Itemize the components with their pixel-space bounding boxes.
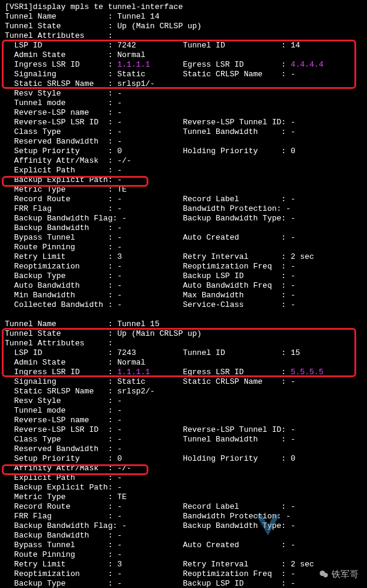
- field-value: Static: [117, 70, 145, 79]
- field-value: Normal: [117, 50, 145, 60]
- output-row: Backup Bandwidth Flag: - Backup Bandwidt…: [5, 521, 362, 531]
- field-value: -: [117, 541, 122, 550]
- output-row: Resv Style : -: [5, 89, 362, 99]
- field-value: -: [117, 406, 122, 416]
- output-row: Backup Bandwidth Flag: - Backup Bandwidt…: [5, 214, 362, 223]
- field-label: Reoptimization Freq :: [183, 262, 290, 271]
- field-value: -: [117, 243, 122, 252]
- field-value: -: [117, 223, 122, 233]
- author-name: 铁军哥: [332, 569, 359, 579]
- output-row: Reverse-LSP name : -: [5, 416, 362, 425]
- field-value: 7243: [117, 348, 136, 358]
- field-label: Reverse-LSP Tunnel ID:: [183, 425, 290, 435]
- output-row: FRR Flag : - Bandwidth Protection: -: [5, 512, 362, 521]
- field-value: -: [291, 118, 296, 127]
- field-value: Static: [117, 377, 145, 387]
- field-value: -: [117, 425, 122, 435]
- output-row: Class Type : - Tunnel Bandwidth : -: [5, 435, 362, 444]
- field-value: 0: [117, 454, 122, 464]
- output-row: Admin State : Normal: [5, 50, 362, 60]
- output-row: Reverse-LSP LSR ID : - Reverse-LSP Tunne…: [5, 425, 362, 435]
- field-label: Reverse-LSP Tunnel ID:: [183, 118, 290, 127]
- field-value: -: [291, 70, 296, 79]
- field-label: Holding Priority :: [183, 454, 290, 464]
- field-value: -: [291, 569, 296, 579]
- output-row: LSP ID : 7242 Tunnel ID : 14: [5, 41, 362, 50]
- field-value: 7242: [117, 41, 136, 50]
- field-value: -: [291, 127, 296, 137]
- svg-point-2: [323, 573, 328, 578]
- field-value: -: [117, 502, 122, 512]
- field-value: -: [291, 271, 296, 281]
- output-row: Tunnel Attributes :: [5, 31, 362, 41]
- field-value: -: [117, 166, 122, 175]
- field-value: -: [117, 291, 122, 300]
- field-value: -: [117, 99, 122, 108]
- field-value: -: [291, 281, 296, 291]
- output-row: Record Route : - Record Label : -: [5, 502, 362, 512]
- output-row: Reserved Bandwidth : -: [5, 444, 362, 454]
- output-row: Signaling : Static Static CRLSP Name : -: [5, 70, 362, 79]
- output-row: Affinity Attr/Mask : -/-: [5, 156, 362, 166]
- output-row: Tunnel State : Up (Main CRLSP up): [5, 22, 362, 31]
- output-row: Backup Type : - Backup LSP ID : -: [5, 271, 362, 281]
- field-value: -/-: [117, 464, 131, 473]
- field-value: -: [117, 396, 122, 406]
- output-row: LSP ID : 7243 Tunnel ID : 15: [5, 348, 362, 358]
- output-row: Tunnel Name : Tunnel 14: [5, 12, 362, 22]
- field-value: -: [291, 521, 296, 531]
- output-row: Metric Type : TE: [5, 493, 362, 502]
- field-value: -: [291, 291, 296, 300]
- field-value: -: [117, 108, 122, 118]
- field-value: 15: [291, 348, 300, 358]
- field-label: Tunnel ID :: [183, 41, 290, 50]
- output-row: Tunnel Attributes :: [5, 339, 362, 348]
- field-label: Static CRLSP Name :: [183, 377, 290, 387]
- field-value: -: [117, 281, 122, 291]
- field-value: Tunnel 14: [117, 12, 159, 22]
- field-value: 4.4.4.4: [291, 60, 324, 70]
- field-value: -: [117, 531, 122, 541]
- field-value: -: [291, 541, 296, 550]
- output-row: Reverse-LSP name : -: [5, 108, 362, 118]
- field-value: -: [117, 262, 122, 271]
- field-value: 1.1.1.1: [117, 368, 150, 377]
- output-row: Signaling : Static Static CRLSP Name : -: [5, 377, 362, 387]
- command-prompt: [VSR1]display mpls te tunnel-interface: [5, 2, 362, 12]
- field-label: Service-Class :: [183, 300, 290, 310]
- field-value: TE: [117, 185, 127, 195]
- output-row: Class Type : - Tunnel Bandwidth : -: [5, 127, 362, 137]
- field-value: -: [117, 89, 122, 99]
- field-label: Max Bandwidth :: [183, 291, 290, 300]
- field-value: -: [117, 444, 122, 454]
- field-value: -: [117, 127, 122, 137]
- output-row: Setup Priority : 0 Holding Priority : 0: [5, 147, 362, 156]
- field-label: Egress LSR ID :: [183, 368, 290, 377]
- output-row: Collected Bandwidth : - Service-Class : …: [5, 300, 362, 310]
- field-value: -: [286, 512, 291, 521]
- output-row: Backup Explicit Path: -: [5, 175, 362, 185]
- output-row: Tunnel Name : Tunnel 15: [5, 320, 362, 329]
- output-row: Backup Type : - Backup LSP ID : -: [5, 579, 362, 588]
- field-label: Tunnel Bandwidth :: [183, 435, 290, 444]
- field-value: 0: [291, 454, 296, 464]
- output-row: Backup Bandwidth : -: [5, 531, 362, 541]
- field-label: Record Label :: [183, 195, 290, 204]
- output-row: Static SRLSP Name : srlsp2/-: [5, 387, 362, 396]
- field-value: -: [117, 435, 122, 444]
- field-label: Static CRLSP Name :: [183, 70, 290, 79]
- field-value: -: [291, 195, 296, 204]
- field-value: Up (Main CRLSP up): [117, 329, 201, 339]
- field-value: -: [117, 483, 122, 493]
- field-value: Up (Main CRLSP up): [117, 22, 201, 31]
- output-row: Affinity Attr/Mask : -/-: [5, 464, 362, 473]
- output-row: Reoptimization : - Reoptimization Freq :…: [5, 569, 362, 579]
- output-row: Bypass Tunnel : - Auto Created : -: [5, 233, 362, 243]
- field-value: -: [117, 137, 122, 147]
- field-value: -: [291, 425, 296, 435]
- field-value: -: [117, 416, 122, 425]
- output-row: Reoptimization : - Reoptimization Freq :…: [5, 262, 362, 271]
- output-row: Backup Explicit Path: -: [5, 483, 362, 493]
- field-value: srlsp2/-: [117, 387, 154, 396]
- field-value: -: [117, 175, 122, 185]
